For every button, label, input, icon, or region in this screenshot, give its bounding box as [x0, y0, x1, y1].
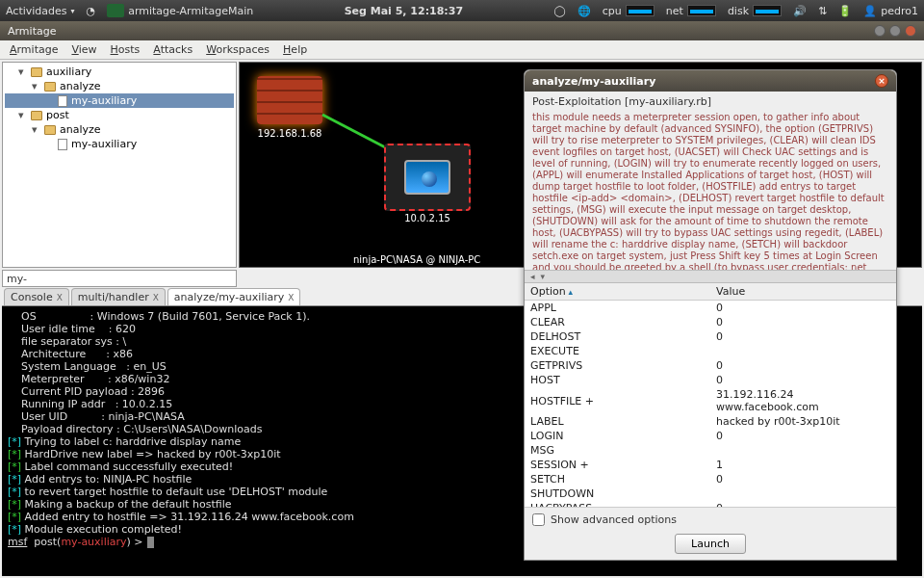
user-menu[interactable]: 👤 pedro1 [863, 5, 918, 17]
file-icon [58, 139, 67, 150]
menu-workspaces[interactable]: Workspaces [200, 41, 275, 58]
option-name: SETCH [525, 472, 710, 486]
option-value[interactable]: 0 [710, 429, 896, 443]
module-search-input[interactable] [2, 270, 237, 287]
option-row[interactable]: HOSTFILE +31.192.116.24 www.facebook.com [525, 387, 896, 414]
activities-button[interactable]: Actividades▾ [6, 5, 75, 17]
option-name: SHUTDOWN [525, 486, 710, 501]
option-row[interactable]: LABELhacked by r00t-3xp10it [525, 414, 896, 429]
tree-node-my-auxiliary[interactable]: my-auxiliary [5, 137, 234, 151]
tree-node-post[interactable]: ▾post [5, 108, 234, 122]
host2-ip: 10.0.2.15 [384, 213, 471, 223]
minimize-button[interactable] [874, 25, 886, 37]
menu-help[interactable]: Help [277, 41, 313, 58]
dialog-tabbar[interactable]: ◂▾ [525, 270, 896, 283]
tree-label: my-auxiliary [71, 94, 137, 107]
option-row[interactable]: GETPRIVS0 [525, 358, 896, 373]
option-row[interactable]: SETCH0 [525, 472, 896, 486]
tab-close-icon[interactable]: X [288, 293, 294, 302]
option-name: DELHOST [525, 329, 710, 344]
option-value[interactable]: hacked by r00t-3xp10it [710, 414, 896, 429]
option-header[interactable]: Option [525, 283, 710, 301]
tree-node-my-auxiliary[interactable]: my-auxiliary [5, 93, 234, 108]
option-name: MSG [525, 443, 710, 458]
option-row[interactable]: APPL0 [525, 301, 896, 316]
option-value[interactable]: 0 [710, 315, 896, 329]
tab-multi-handler[interactable]: multi/handlerX [71, 288, 166, 305]
option-name: HOST [525, 373, 710, 387]
option-value[interactable]: 0 [710, 358, 896, 373]
option-name: SESSION + [525, 458, 710, 472]
panel-clock[interactable]: Seg Mai 5, 12:18:37 [345, 5, 463, 17]
tree-label: analyze [60, 80, 101, 92]
option-row[interactable]: CLEAR0 [525, 315, 896, 329]
module-tree[interactable]: ▾auxiliary▾analyzemy-auxiliary▾post▾anal… [2, 62, 237, 268]
option-name: LOGIN [525, 429, 710, 443]
tree-label: post [46, 109, 69, 121]
option-value[interactable]: 1 [710, 458, 896, 472]
window-title: Armitage [8, 25, 56, 38]
battery-icon[interactable]: 🔋 [838, 5, 852, 17]
module-dialog: analyze/my-auxiliary × Post-Exploitation… [524, 69, 897, 561]
option-value[interactable] [710, 486, 896, 501]
titlebar[interactable]: Armitage [0, 21, 924, 40]
tab-close-icon[interactable]: X [57, 293, 63, 302]
tree-node-auxiliary[interactable]: ▾auxiliary [5, 65, 234, 79]
option-name: APPL [525, 301, 710, 316]
panel-a11y-icon[interactable]: ◯ [553, 5, 565, 17]
folder-icon [31, 111, 42, 120]
menu-armitage[interactable]: Armitage [4, 41, 64, 58]
tab-analyze-my-auxiliary[interactable]: analyze/my-auxiliaryX [167, 288, 301, 305]
earth-icon[interactable]: 🌐 [578, 5, 591, 17]
option-table[interactable]: Option Value APPL0CLEAR0DELHOST0EXECUTEG… [525, 283, 896, 507]
option-value[interactable]: 0 [710, 472, 896, 486]
option-row[interactable]: HOST0 [525, 373, 896, 387]
volume-icon[interactable]: 🔊 [793, 5, 807, 17]
firewall-icon[interactable] [257, 76, 322, 124]
option-value[interactable]: 0 [710, 373, 896, 387]
option-name: GETPRIVS [525, 358, 710, 373]
net-indicator[interactable]: net [666, 5, 716, 17]
folder-icon [44, 125, 56, 135]
option-value[interactable]: 0 [710, 329, 896, 344]
option-row[interactable]: EXECUTE [525, 344, 896, 358]
option-name: LABEL [525, 414, 710, 429]
tab-Console[interactable]: ConsoleX [4, 288, 69, 305]
tab-label: analyze/my-auxiliary [174, 291, 284, 303]
disk-indicator[interactable]: disk [728, 5, 782, 17]
option-name: CLEAR [525, 315, 710, 329]
launch-button[interactable]: Launch [675, 534, 746, 554]
value-header[interactable]: Value [710, 283, 896, 301]
tree-node-analyze[interactable]: ▾analyze [5, 122, 234, 137]
network-icon[interactable]: ⇅ [818, 5, 827, 17]
option-value[interactable]: 31.192.116.24 www.facebook.com [710, 387, 896, 414]
option-row[interactable]: SESSION +1 [525, 458, 896, 472]
option-value[interactable] [710, 344, 896, 358]
tab-close-icon[interactable]: X [153, 293, 159, 302]
maximize-button[interactable] [889, 25, 901, 37]
menu-view[interactable]: View [65, 41, 102, 58]
option-row[interactable]: SHUTDOWN [525, 486, 896, 501]
panel-app-icon[interactable]: ◔ [87, 5, 96, 17]
tab-label: Console [11, 291, 53, 303]
option-name: EXECUTE [525, 344, 710, 358]
cpu-indicator[interactable]: cpu [603, 5, 654, 17]
option-row[interactable]: MSG [525, 443, 896, 458]
target-host-icon[interactable] [384, 144, 471, 211]
panel-app-title[interactable]: armitage-ArmitageMain [107, 4, 253, 17]
menu-hosts[interactable]: Hosts [105, 41, 146, 58]
show-advanced-input[interactable] [532, 513, 545, 526]
option-value[interactable]: 0 [710, 301, 896, 316]
menu-attacks[interactable]: Attacks [147, 41, 198, 58]
option-name: HOSTFILE + [525, 387, 710, 414]
option-row[interactable]: DELHOST0 [525, 329, 896, 344]
show-advanced-label: Show advanced options [551, 513, 677, 526]
tree-label: my-auxiliary [71, 138, 137, 150]
close-button[interactable] [905, 25, 916, 37]
tree-node-analyze[interactable]: ▾analyze [5, 79, 234, 93]
option-row[interactable]: LOGIN0 [525, 429, 896, 443]
option-value[interactable] [710, 443, 896, 458]
dialog-titlebar[interactable]: analyze/my-auxiliary × [525, 70, 896, 92]
dialog-close-icon[interactable]: × [875, 74, 888, 88]
show-advanced-checkbox[interactable]: Show advanced options [532, 513, 677, 526]
